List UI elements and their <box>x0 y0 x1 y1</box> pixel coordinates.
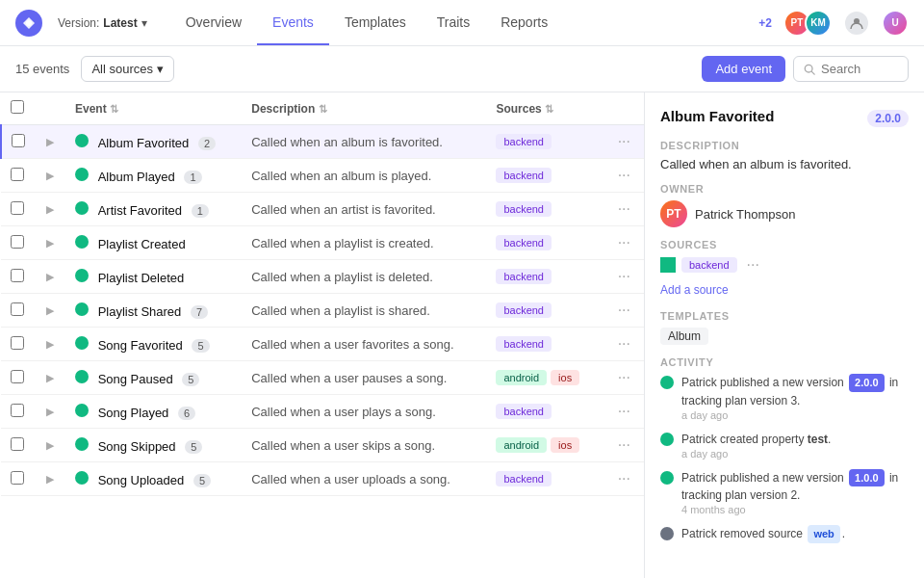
col-header-sources[interactable]: Sources ⇅ <box>486 92 603 125</box>
detail-source-status-dot <box>660 257 676 273</box>
row-actions-cell: ··· <box>604 159 644 193</box>
nav-events[interactable]: Events <box>257 1 329 45</box>
row-menu-button[interactable]: ··· <box>614 470 634 487</box>
table-row: ▶ Song Favorited 5 Called when a user fa… <box>1 328 644 361</box>
web-source-badge: web <box>808 525 839 543</box>
row-expand-button[interactable]: ▶ <box>44 471 56 487</box>
row-description-cell: Called when an artist is favorited. <box>242 193 486 226</box>
row-checkbox[interactable] <box>11 168 24 181</box>
row-expand-button[interactable]: ▶ <box>44 235 56 251</box>
row-sources-cell: backend <box>486 328 603 361</box>
event-name[interactable]: Song Uploaded <box>98 473 185 487</box>
status-dot <box>75 235 89 249</box>
row-sources-cell: backend <box>486 125 603 159</box>
event-description: Called when an album is played. <box>251 169 431 183</box>
event-description: Called when an artist is favorited. <box>251 202 435 217</box>
row-expand-button[interactable]: ▶ <box>44 302 56 319</box>
row-checkbox[interactable] <box>11 336 24 350</box>
detail-title: Album Favorited <box>660 108 774 124</box>
owner-avatar: PT <box>660 200 687 227</box>
row-expand-button[interactable]: ▶ <box>44 269 56 285</box>
nav-templates[interactable]: Templates <box>329 1 422 45</box>
event-name[interactable]: Artist Favorited <box>98 203 182 218</box>
row-menu-button[interactable]: ··· <box>614 403 634 420</box>
row-checkbox-cell <box>1 260 35 294</box>
row-checkbox-cell <box>1 361 35 395</box>
owner-section-label: Owner <box>660 183 909 195</box>
row-checkbox[interactable] <box>11 201 24 215</box>
row-menu-button[interactable]: ··· <box>614 133 634 150</box>
col-header-event[interactable]: Event ⇅ <box>65 92 242 125</box>
event-name[interactable]: Playlist Deleted <box>98 271 185 285</box>
event-name[interactable]: Song Skipped <box>98 439 176 454</box>
row-checkbox[interactable] <box>11 302 24 316</box>
col-header-description[interactable]: Description ⇅ <box>242 92 486 125</box>
row-menu-button[interactable]: ··· <box>614 234 634 251</box>
activity-dot-4 <box>660 527 674 540</box>
event-count: 7 <box>191 305 208 319</box>
detail-sources-menu-button[interactable]: ··· <box>747 256 759 274</box>
activity-dot-3 <box>660 471 674 485</box>
row-actions-cell: ··· <box>604 260 644 294</box>
row-menu-button[interactable]: ··· <box>614 335 634 353</box>
row-checkbox-cell <box>1 429 35 462</box>
row-expand-button[interactable]: ▶ <box>44 336 56 353</box>
row-menu-button[interactable]: ··· <box>614 302 634 319</box>
add-source-button[interactable]: Add a source <box>660 281 909 299</box>
event-count: 5 <box>185 440 202 454</box>
event-name[interactable]: Album Favorited <box>98 136 190 150</box>
row-expand-button[interactable]: ▶ <box>44 370 56 386</box>
table-row: ▶ Playlist Deleted Called when a playlis… <box>1 260 644 294</box>
row-event-cell: Album Favorited 2 <box>65 125 242 159</box>
nav-traits[interactable]: Traits <box>422 1 485 45</box>
activity-section-label: Activity <box>660 356 909 368</box>
col-header-expand <box>35 92 65 125</box>
event-name[interactable]: Song Favorited <box>98 338 183 353</box>
row-menu-button[interactable]: ··· <box>614 369 634 386</box>
row-expand-button[interactable]: ▶ <box>44 404 56 420</box>
search-input[interactable] <box>821 62 898 76</box>
row-checkbox[interactable] <box>11 404 24 417</box>
row-expand-button[interactable]: ▶ <box>44 437 56 454</box>
add-event-button[interactable]: Add event <box>702 56 785 82</box>
event-description: Called when a user skips a song. <box>251 438 435 453</box>
row-description-cell: Called when a user favorites a song. <box>242 328 486 361</box>
status-dot <box>75 302 89 316</box>
row-description-cell: Called when a user plays a song. <box>242 395 486 429</box>
row-menu-button[interactable]: ··· <box>614 167 634 184</box>
source-badge: android <box>496 437 547 453</box>
row-checkbox[interactable] <box>11 269 24 282</box>
plus-badge: +2 <box>758 16 772 30</box>
sources-section-label: Sources <box>660 239 909 250</box>
toolbar: 15 events All sources ▾ Add event <box>0 46 924 92</box>
event-name[interactable]: Playlist Created <box>98 237 186 251</box>
event-name[interactable]: Album Played <box>98 170 175 184</box>
sources-filter-button[interactable]: All sources ▾ <box>81 56 174 82</box>
row-expand-button[interactable]: ▶ <box>44 168 56 184</box>
row-expand-button[interactable]: ▶ <box>44 201 56 218</box>
row-checkbox[interactable] <box>12 134 25 147</box>
row-sources-cell: backend <box>486 462 603 496</box>
status-dot <box>75 370 89 383</box>
row-menu-button[interactable]: ··· <box>614 200 634 218</box>
row-checkbox[interactable] <box>11 471 24 485</box>
row-menu-button[interactable]: ··· <box>614 268 634 285</box>
row-checkbox[interactable] <box>11 235 24 249</box>
source-badge: android <box>496 370 547 385</box>
row-checkbox[interactable] <box>11 370 24 383</box>
event-name[interactable]: Playlist Shared <box>98 304 182 319</box>
row-expand-cell: ▶ <box>35 294 65 328</box>
version-selector[interactable]: Version: Latest ▾ <box>58 16 147 30</box>
select-all-checkbox[interactable] <box>11 100 24 114</box>
nav-reports[interactable]: Reports <box>485 1 563 45</box>
row-expand-button[interactable]: ▶ <box>44 134 56 150</box>
row-sources-cell: backend <box>486 294 603 328</box>
nav-overview[interactable]: Overview <box>170 1 257 45</box>
event-name[interactable]: Song Paused <box>98 372 173 386</box>
event-name[interactable]: Song Played <box>98 406 169 420</box>
row-actions-cell: ··· <box>604 294 644 328</box>
table-row: ▶ Artist Favorited 1 Called when an arti… <box>1 193 644 226</box>
row-menu-button[interactable]: ··· <box>614 436 634 454</box>
detail-panel: Album Favorited 2.0.0 Description Called… <box>645 92 924 578</box>
row-checkbox[interactable] <box>11 437 24 451</box>
